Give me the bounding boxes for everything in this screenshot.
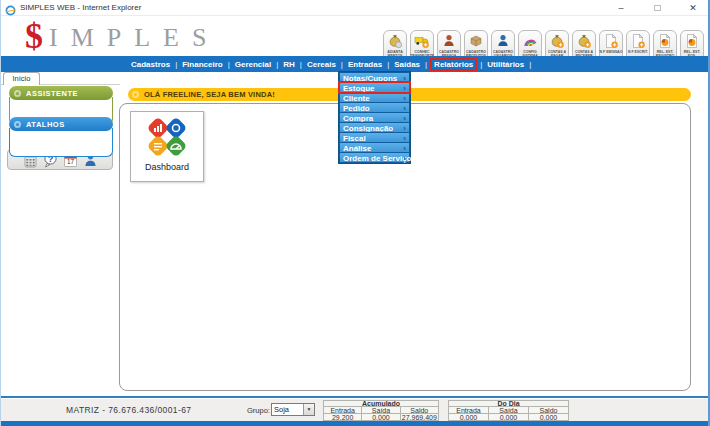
- doc-pie-icon: [657, 33, 673, 49]
- value-cell: 0,000: [448, 413, 489, 421]
- toolbar-button-label: N F ESCRIT.: [626, 50, 650, 54]
- menu-separator: |: [276, 60, 278, 69]
- value-cell: 0,000: [361, 413, 400, 421]
- table-value-row: 29,2000,00027.969,409: [323, 413, 439, 421]
- app-logo: $ IMPLES: [25, 16, 219, 56]
- window-controls: –✕: [614, 0, 700, 16]
- logo-dollar-icon: $: [25, 18, 43, 54]
- menu-separator: |: [341, 60, 343, 69]
- value-cell: 0,000: [488, 413, 529, 421]
- menu-item-financeiro[interactable]: Financeiro: [180, 59, 224, 70]
- menu-item-cadastros[interactable]: Cadastros: [129, 59, 172, 70]
- doc-plus-icon: [603, 33, 619, 49]
- dashboard-icon: [145, 116, 189, 160]
- submenu-arrow-icon: ›: [403, 154, 406, 163]
- menu-item-rh[interactable]: RH: [281, 59, 297, 70]
- banner-dot-icon: [132, 91, 139, 98]
- menu-separator: |: [529, 60, 531, 69]
- value-cell: 0,000: [528, 413, 569, 421]
- menu-bar: Cadastros|Financeiro|Gerencial|RH|Cereai…: [1, 56, 708, 72]
- assistente-label: ASSISTENTE: [26, 89, 78, 98]
- tab-inicio[interactable]: Início: [3, 72, 40, 85]
- value-cell: 27.969,409: [400, 413, 439, 421]
- window-bottom-border: [1, 421, 708, 426]
- dropdown-item-estoque[interactable]: Estoque›: [339, 82, 410, 93]
- window-maximize-button[interactable]: [650, 0, 664, 16]
- menu-separator: |: [300, 60, 302, 69]
- assistente-header[interactable]: ASSISTENTE: [9, 86, 113, 100]
- doc-pie-icon: [684, 33, 700, 49]
- welcome-text: OLÁ FREELINE, SEJA BEM VINDA!: [144, 90, 275, 99]
- collapse-dot-icon: [14, 121, 21, 128]
- toolbar-button-label: N F EMISSÃO: [599, 50, 623, 54]
- sidebar-panel-atalhos: ATALHOS: [9, 117, 113, 157]
- atalhos-header[interactable]: ATALHOS: [9, 117, 113, 131]
- menu-separator: |: [228, 60, 230, 69]
- app-window: SIMPLES WEB - Internet Explorer –✕ $ IMP…: [0, 0, 710, 426]
- accumulated-totals-table: AcumuladoEntradaSaídaSaldo29,2000,00027.…: [323, 400, 439, 421]
- header-band: $ IMPLES ADIANTA MENTOSCONHEC TRANSPORTE…: [1, 16, 708, 56]
- submenu-arrow-icon: ›: [403, 84, 406, 93]
- title-bar: SIMPLES WEB - Internet Explorer –✕: [1, 0, 708, 16]
- atalhos-body: [9, 128, 113, 157]
- maximize-icon: [654, 5, 661, 11]
- menu-item-utilitarios[interactable]: Utilitários: [485, 59, 526, 70]
- relatorios-dropdown-menu: Notas/Cupons›Estoque›Cliente›Pedido›Comp…: [338, 71, 411, 164]
- logo-text: IMPLES: [49, 23, 219, 53]
- window-title: SIMPLES WEB - Internet Explorer: [20, 3, 141, 12]
- money-bag-plus-icon: [549, 33, 565, 49]
- svg-text:17: 17: [66, 158, 74, 165]
- window-minimize-button[interactable]: –: [614, 0, 628, 16]
- group-select-value: Soja: [272, 404, 303, 415]
- menu-separator: |: [480, 60, 482, 69]
- menu-separator: |: [425, 60, 427, 69]
- rainbow-icon: [522, 33, 538, 49]
- dashboard-label: Dashboard: [145, 162, 189, 172]
- doc-plus-icon: [630, 33, 646, 49]
- menu-separator: |: [175, 60, 177, 69]
- products-box-icon: [468, 33, 484, 49]
- table-value-row: 0,0000,0000,000: [448, 413, 569, 421]
- window-close-button[interactable]: ✕: [686, 0, 700, 16]
- group-select[interactable]: Soja ▼: [271, 403, 315, 416]
- dropdown-item-ordemdeservico[interactable]: Ordem de Serviço›: [339, 152, 410, 163]
- internet-explorer-icon: [5, 2, 16, 13]
- dashboard-shortcut[interactable]: Dashboard: [130, 111, 204, 182]
- menu-item-saidas[interactable]: Saídas: [392, 59, 422, 70]
- group-label: Grupo:: [247, 406, 270, 415]
- menu-item-cereais[interactable]: Cereais: [305, 59, 338, 70]
- person-icon: [441, 33, 457, 49]
- menu-separator: |: [387, 60, 389, 69]
- menu-item-gerencial[interactable]: Gerencial: [233, 59, 273, 70]
- status-bar: MATRIZ - 76.676.436/0001-67 Grupo: Soja …: [1, 398, 708, 421]
- company-identifier: MATRIZ - 76.676.436/0001-67: [66, 405, 191, 415]
- users-icon: [495, 33, 511, 49]
- collapse-dot-icon: [14, 90, 21, 97]
- value-cell: 29,200: [323, 413, 362, 421]
- atalhos-label: ATALHOS: [26, 120, 65, 129]
- daily-totals-table: Do DiaEntradaSaídaSaldo0,0000,0000,000: [448, 400, 569, 421]
- menu-item-relatorios[interactable]: Relatórios: [430, 58, 477, 71]
- menu-item-entradas[interactable]: Entradas: [346, 59, 384, 70]
- chevron-down-icon[interactable]: ▼: [303, 404, 314, 415]
- truck-plus-icon: [414, 33, 430, 49]
- money-bag-plus-icon: [576, 33, 592, 49]
- money-bag-coin-icon: [387, 33, 403, 49]
